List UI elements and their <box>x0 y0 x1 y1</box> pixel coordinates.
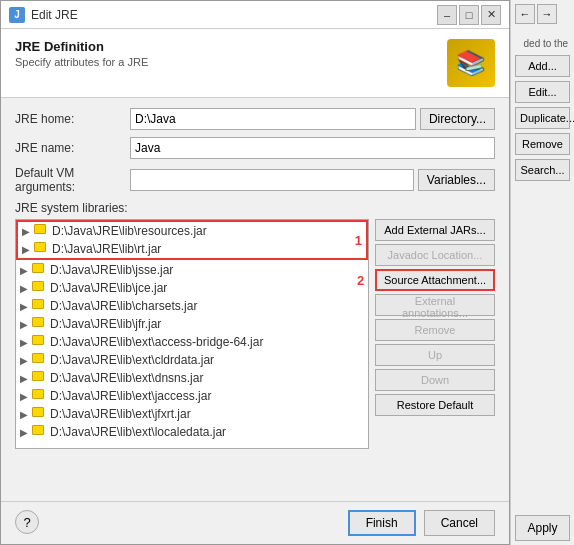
jar-icon <box>32 299 46 313</box>
jar-icon <box>32 371 46 385</box>
lib-path: D:\Java\JRE\lib\ext\jaccess.jar <box>50 389 211 403</box>
lib-path: D:\Java\JRE\lib\jsse.jar <box>50 263 173 277</box>
lib-path: D:\Java\JRE\lib\ext\access-bridge-64.jar <box>50 335 263 349</box>
jre-home-input[interactable] <box>130 108 416 130</box>
dialog-title: Edit JRE <box>31 8 78 22</box>
title-bar: J Edit JRE – □ ✕ <box>1 1 509 29</box>
header-subtitle: Specify attributes for a JRE <box>15 56 148 68</box>
list-item[interactable]: ▶ D:\Java\JRE\lib\jce.jar <box>16 279 368 297</box>
expand-arrow: ▶ <box>20 265 30 276</box>
forward-button[interactable]: → <box>537 4 557 24</box>
duplicate-button[interactable]: Duplicate... <box>515 107 570 129</box>
jar-icon <box>32 425 46 439</box>
expand-arrow: ▶ <box>20 373 30 384</box>
add-external-jars-button[interactable]: Add External JARs... <box>375 219 495 241</box>
lib-path: D:\Java\JRE\lib\ext\dnsns.jar <box>50 371 203 385</box>
directory-button[interactable]: Directory... <box>420 108 495 130</box>
list-item[interactable]: ▶ D:\Java\JRE\lib\ext\jaccess.jar <box>16 387 368 405</box>
vm-args-row: Default VM arguments: Variables... <box>15 166 495 194</box>
lib-path: D:\Java\JRE\lib\charsets.jar <box>50 299 197 313</box>
lib-path: D:\Java\JRE\lib\jfr.jar <box>50 317 161 331</box>
annotation-2: 2 <box>357 273 364 288</box>
lib-path: D:\Java\JRE\lib\ext\jfxrt.jar <box>50 407 191 421</box>
right-remove-button[interactable]: Remove <box>515 133 570 155</box>
jre-name-label: JRE name: <box>15 141 130 155</box>
list-item[interactable]: ▶ D:\Java\JRE\lib\jfr.jar <box>16 315 368 333</box>
dialog-header: JRE Definition Specify attributes for a … <box>1 29 509 98</box>
highlighted-group: 1 ▶ D:\Java\JRE\lib\resources.jar ▶ D:\J… <box>16 220 368 260</box>
up-button[interactable]: Up <box>375 344 495 366</box>
lib-path: D:\Java\JRE\lib\ext\localedata.jar <box>50 425 226 439</box>
down-button[interactable]: Down <box>375 369 495 391</box>
list-item[interactable]: ▶ D:\Java\JRE\lib\charsets.jar <box>16 297 368 315</box>
dialog-icon: J <box>9 7 25 23</box>
annotation-1: 1 <box>355 233 362 248</box>
dialog-body: JRE home: Directory... JRE name: Default… <box>1 98 509 501</box>
back-button[interactable]: ← <box>515 4 535 24</box>
maximize-button[interactable]: □ <box>459 5 479 25</box>
expand-arrow: ▶ <box>20 301 30 312</box>
jre-name-row: JRE name: <box>15 137 495 159</box>
finish-button[interactable]: Finish <box>348 510 416 536</box>
expand-arrow: ▶ <box>20 319 30 330</box>
jar-icon <box>32 317 46 331</box>
list-item[interactable]: ▶ D:\Java\JRE\lib\ext\access-bridge-64.j… <box>16 333 368 351</box>
libraries-area: 1 ▶ D:\Java\JRE\lib\resources.jar ▶ D:\J… <box>15 219 495 449</box>
external-annotations-button[interactable]: External annotations... <box>375 294 495 316</box>
jre-name-input[interactable] <box>130 137 495 159</box>
list-item[interactable]: ▶ D:\Java\JRE\lib\ext\localedata.jar <box>16 423 368 441</box>
header-title: JRE Definition <box>15 39 148 54</box>
search-button[interactable]: Search... <box>515 159 570 181</box>
variables-button[interactable]: Variables... <box>418 169 495 191</box>
edit-button[interactable]: Edit... <box>515 81 570 103</box>
jar-icon <box>34 242 48 256</box>
jar-icon <box>34 224 48 238</box>
title-bar-left: J Edit JRE <box>9 7 78 23</box>
spacer <box>515 185 570 511</box>
javadoc-location-button[interactable]: Javadoc Location... <box>375 244 495 266</box>
libraries-label: JRE system libraries: <box>15 201 495 215</box>
lib-path: D:\Java\JRE\lib\jce.jar <box>50 281 167 295</box>
jre-icon: 📚 <box>447 39 495 87</box>
restore-default-button[interactable]: Restore Default <box>375 394 495 416</box>
source-attachment-button[interactable]: Source Attachment... <box>375 269 495 291</box>
list-item[interactable]: ▶ D:\Java\JRE\lib\ext\cldrdata.jar <box>16 351 368 369</box>
header-text: JRE Definition Specify attributes for a … <box>15 39 148 68</box>
list-item[interactable]: ▶ D:\Java\JRE\lib\ext\jfxrt.jar <box>16 405 368 423</box>
close-button[interactable]: ✕ <box>481 5 501 25</box>
jar-icon <box>32 353 46 367</box>
apply-button[interactable]: Apply <box>515 515 570 541</box>
cancel-button[interactable]: Cancel <box>424 510 495 536</box>
list-item[interactable]: ▶ D:\Java\JRE\lib\ext\dnsns.jar <box>16 369 368 387</box>
expand-arrow: ▶ <box>22 226 32 237</box>
list-item[interactable]: ▶ D:\Java\JRE\lib\rt.jar <box>18 240 366 258</box>
lib-path: D:\Java\JRE\lib\ext\cldrdata.jar <box>50 353 214 367</box>
add-button[interactable]: Add... <box>515 55 570 77</box>
help-button[interactable]: ? <box>15 510 39 534</box>
minimize-button[interactable]: – <box>437 5 457 25</box>
expand-arrow: ▶ <box>20 427 30 438</box>
expand-arrow: ▶ <box>20 391 30 402</box>
title-controls: – □ ✕ <box>437 5 501 25</box>
jre-home-label: JRE home: <box>15 112 130 126</box>
nav-buttons: ← → <box>515 4 570 24</box>
remove-button[interactable]: Remove <box>375 319 495 341</box>
list-item[interactable]: ▶ D:\Java\JRE\lib\jsse.jar <box>16 261 368 279</box>
expand-arrow: ▶ <box>20 337 30 348</box>
edit-jre-dialog: J Edit JRE – □ ✕ JRE Definition Specify … <box>0 0 510 545</box>
jre-home-row: JRE home: Directory... <box>15 108 495 130</box>
right-panel: ← → ded to the Add... Edit... Duplicate.… <box>510 0 574 545</box>
vm-args-label: Default VM arguments: <box>15 166 130 194</box>
jar-icon <box>32 407 46 421</box>
footer-left: ? <box>15 510 39 536</box>
dialog-footer: ? Finish Cancel <box>1 501 509 544</box>
source-attachment-wrapper: 2 Source Attachment... <box>375 269 495 291</box>
expand-arrow: ▶ <box>22 244 32 255</box>
vm-args-input[interactable] <box>130 169 414 191</box>
jar-icon <box>32 281 46 295</box>
list-item[interactable]: ▶ D:\Java\JRE\lib\resources.jar <box>18 222 366 240</box>
library-list[interactable]: 1 ▶ D:\Java\JRE\lib\resources.jar ▶ D:\J… <box>15 219 369 449</box>
expand-arrow: ▶ <box>20 409 30 420</box>
jar-icon <box>32 263 46 277</box>
expand-arrow: ▶ <box>20 283 30 294</box>
